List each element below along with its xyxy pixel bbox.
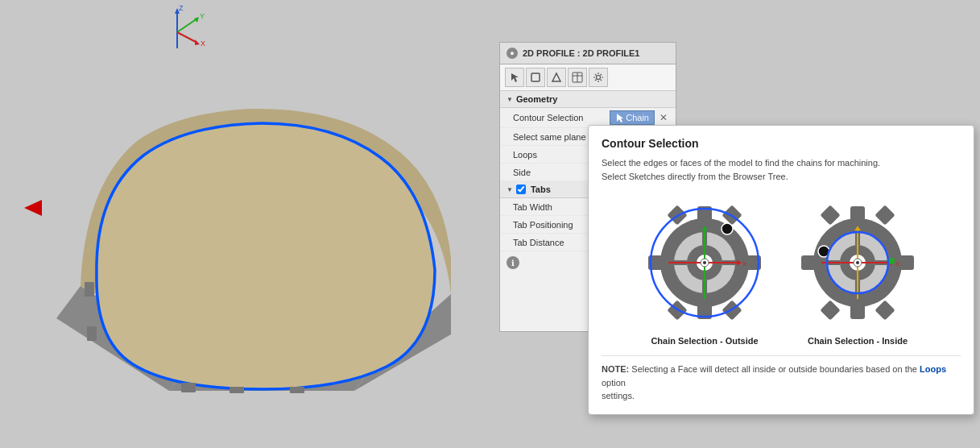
tooltip-title: Contour Selection: [602, 137, 961, 150]
svg-point-67: [856, 261, 859, 264]
contour-close-button[interactable]: ✕: [658, 112, 669, 123]
toolbar-btn-table[interactable]: [568, 68, 587, 87]
tooltip-desc-line1: Select the edges or faces of the model t…: [602, 158, 880, 168]
svg-line-3: [177, 19, 197, 32]
panel-collapse-icon[interactable]: ●: [507, 48, 518, 59]
tabs-checkbox[interactable]: [516, 185, 526, 194]
svg-point-42: [722, 223, 733, 234]
svg-text:Z: Z: [179, 4, 184, 12]
svg-rect-9: [181, 383, 196, 392]
tabs-label: Tabs: [531, 185, 551, 194]
chain-inside-svg: X: [789, 194, 926, 331]
svg-text:Y: Y: [200, 12, 205, 20]
info-icon[interactable]: ℹ: [507, 256, 519, 269]
note-settings: settings.: [602, 391, 635, 400]
tooltip-note: NOTE: Selecting a Face will detect all i…: [602, 355, 961, 403]
toolbar-btn-settings[interactable]: [589, 68, 608, 87]
svg-text:X: X: [742, 260, 747, 268]
svg-point-41: [703, 261, 706, 264]
svg-rect-52: [875, 205, 895, 225]
info-icon-label: ℹ: [511, 259, 515, 268]
note-text: Selecting a Face will detect all inside …: [629, 364, 920, 374]
contour-selection-label: Contour Selection: [513, 113, 610, 122]
tooltip-popup: Contour Selection Select the edges or fa…: [588, 125, 974, 415]
panel-header: ● 2D PROFILE : 2D PROFILE1: [500, 43, 676, 64]
outside-image-container: X Chain Selection - Outside: [636, 194, 773, 346]
viewport: Z Y X: [0, 0, 499, 448]
svg-rect-53: [820, 205, 840, 225]
svg-rect-55: [820, 300, 840, 320]
tooltip-desc: Select the edges or faces of the model t…: [602, 156, 961, 183]
svg-point-18: [597, 76, 601, 80]
svg-rect-13: [85, 282, 94, 297]
tabs-triangle-icon: ▼: [507, 186, 513, 193]
toolbar-btn-move[interactable]: [526, 68, 545, 87]
svg-rect-14: [531, 73, 540, 81]
loops-link[interactable]: Loops: [920, 364, 946, 374]
svg-rect-12: [87, 326, 97, 341]
note-suffix: option: [602, 378, 626, 388]
outside-image-label: Chain Selection - Outside: [651, 336, 758, 346]
inside-image-container: X Chain Selection - Inside: [789, 194, 926, 346]
chain-button-label: Chain: [626, 113, 649, 122]
chain-outside-svg: X: [636, 194, 773, 331]
svg-line-6: [177, 32, 197, 43]
note-prefix: NOTE:: [602, 364, 629, 374]
geometry-section-header[interactable]: ▼ Geometry: [500, 91, 676, 108]
panel-title: 2D PROFILE : 2D PROFILE1: [523, 48, 639, 58]
svg-rect-10: [229, 387, 244, 393]
toolbar-btn-select[interactable]: [505, 68, 524, 87]
inside-image-label: Chain Selection - Inside: [808, 336, 908, 346]
tooltip-images: X Chain Selection - Outside: [602, 194, 961, 346]
geometry-label: Geometry: [516, 94, 557, 104]
chain-button[interactable]: Chain: [610, 110, 655, 125]
toolbar-btn-shape[interactable]: [547, 68, 566, 87]
shape-3d: [24, 44, 483, 399]
panel-toolbar: [500, 64, 676, 91]
svg-rect-11: [290, 387, 304, 393]
svg-text:X: X: [895, 260, 900, 268]
note-loops: Loops: [920, 364, 946, 374]
triangle-icon: ▼: [507, 96, 513, 103]
svg-rect-54: [875, 300, 895, 320]
tooltip-desc-line2: Select Sketches directly from the Browse…: [602, 172, 788, 181]
